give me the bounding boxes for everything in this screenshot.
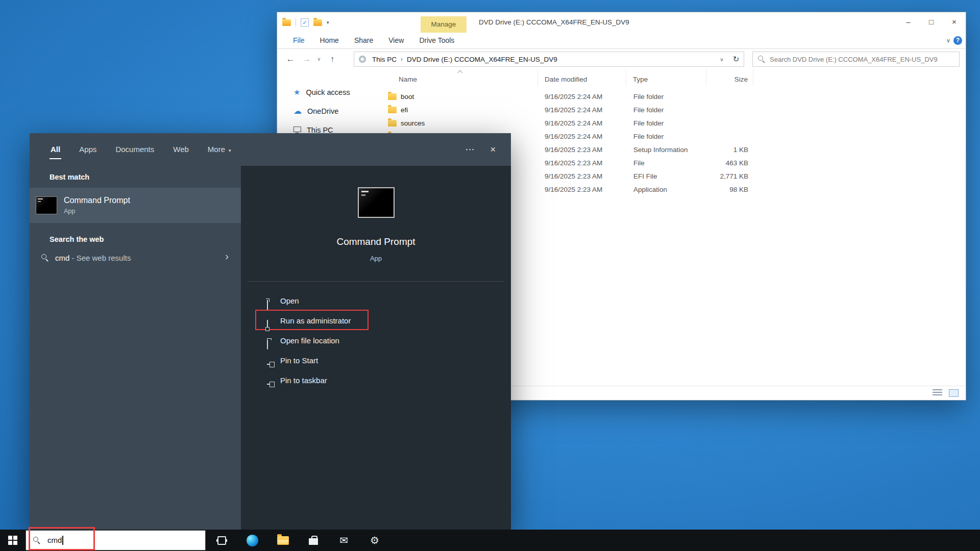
file-date: 9/16/2025 2:23 AM [538,159,626,167]
tab-drive-tools[interactable]: Drive Tools [411,33,462,48]
window-controls: – □ × [897,12,966,32]
edge-button[interactable] [237,530,267,551]
column-header-name[interactable]: Name [383,69,538,86]
help-icon[interactable]: ? [953,36,962,45]
column-header-type[interactable]: Type [626,69,706,86]
address-bar-row: ← → ∨ ↑ This PC › DVD Drive (E:) CCCOMA_… [277,49,966,69]
action-pin-to-taskbar[interactable]: Pin to taskbar [241,370,511,390]
file-type: File folder [626,133,706,140]
action-pin-to-start[interactable]: Pin to Start [241,350,511,370]
sidebar-item-quick-access[interactable]: ★ Quick access [277,83,383,102]
best-match-header: Best match [50,173,89,181]
mail-button[interactable]: ✉ [329,530,359,551]
run-as-administrator-icon [267,320,268,330]
tab-home[interactable]: Home [312,33,347,48]
contextual-tab-manage[interactable]: Manage [421,16,467,33]
column-header-label: Name [399,76,417,83]
file-size: 2,771 KB [706,172,753,180]
table-row[interactable]: boot 9/16/2025 2:24 AM File folder [383,90,966,103]
search-flyout: All Apps Documents Web More▾ ⋯ × Best ma… [30,133,511,530]
more-dropdown-icon: ▾ [229,148,231,153]
action-label: Open file location [280,336,339,344]
recent-locations-chevron-icon[interactable]: ∨ [315,49,323,69]
qat-customize-chevron-icon[interactable]: ▾ [327,20,329,25]
table-row[interactable]: sources 9/16/2025 2:24 AM File folder [383,116,966,130]
column-header-label: Date modified [545,76,587,83]
edge-icon [247,535,258,546]
column-header-label: Size [734,76,748,83]
search-results-pane: Best match Command Prompt App Search the… [30,166,241,530]
tab-file[interactable]: File [285,33,312,48]
file-name: efi [401,106,408,114]
sort-ascending-icon [458,70,463,76]
explorer-app-icon [282,19,291,26]
file-date: 9/16/2025 2:24 AM [538,119,626,127]
address-bar[interactable]: This PC › DVD Drive (E:) CCCOMA_X64FRE_E… [354,52,744,67]
tab-share[interactable]: Share [347,33,381,48]
settings-gear-icon: ⚙ [370,535,379,545]
refresh-icon[interactable]: ↻ [728,55,744,64]
search-icon [41,254,48,261]
forward-icon[interactable]: → [301,49,313,69]
details-view-icon[interactable] [933,389,942,397]
settings-button[interactable]: ⚙ [360,530,389,551]
tab-view[interactable]: View [381,33,411,48]
ribbon-tab-bar: File Home Share View Drive Tools ∨ ? [277,33,966,49]
task-view-button[interactable] [207,530,236,551]
chevron-right-icon[interactable]: › [225,251,229,262]
tab-more[interactable]: More▾ [207,140,232,159]
tab-web[interactable]: Web [172,140,190,159]
open-icon [267,300,268,310]
action-label: Run as administrator [280,316,351,324]
window-title: DVD Drive (E:) CCCOMA_X64FRE_EN-US_DV9 [479,18,629,26]
windows-logo-icon [8,536,17,545]
column-header-label: Type [633,76,648,83]
more-options-icon[interactable]: ⋯ [465,144,475,155]
file-type: EFI File [626,172,706,180]
tab-all[interactable]: All [50,140,61,159]
column-headers: Name Date modified Type Size [383,69,966,86]
result-type: App [64,208,130,215]
store-button[interactable] [299,530,328,551]
tab-apps[interactable]: Apps [78,140,97,159]
web-query: cmd [55,254,69,262]
action-open-file-location[interactable]: Open file location [241,330,511,350]
back-icon[interactable]: ← [283,49,298,69]
sidebar-item-label: OneDrive [307,107,338,115]
flyout-close-icon[interactable]: × [490,144,496,155]
command-prompt-icon [36,196,57,214]
file-explorer-button[interactable] [268,530,298,551]
minimize-button[interactable]: – [897,12,920,32]
ribbon-expand-icon[interactable]: ∨ [946,37,950,44]
maximize-button[interactable]: □ [920,12,943,32]
breadcrumb-current[interactable]: DVD Drive (E:) CCCOMA_X64FRE_EN-US_DV9 [404,56,560,63]
sidebar-item-onedrive[interactable]: ☁ OneDrive [277,102,383,120]
large-icons-view-icon[interactable] [949,389,959,397]
close-button[interactable]: × [943,12,966,32]
explorer-search-box[interactable]: Search DVD Drive (E:) CCCOMA_X64FRE_EN-U… [752,52,960,67]
best-match-result[interactable]: Command Prompt App [30,188,241,223]
file-date: 9/16/2025 2:24 AM [538,93,626,101]
quick-access-star-icon: ★ [293,88,300,97]
table-row[interactable]: efi 9/16/2025 2:24 AM File folder [383,103,966,116]
tab-documents[interactable]: Documents [114,140,155,159]
action-open[interactable]: Open [241,290,511,310]
explorer-search-placeholder: Search DVD Drive (E:) CCCOMA_X64FRE_EN-U… [770,56,938,63]
action-run-as-administrator[interactable]: Run as administrator [241,310,511,330]
column-header-size[interactable]: Size [706,69,753,86]
new-folder-icon[interactable] [313,19,322,26]
start-button[interactable] [0,530,26,551]
up-icon[interactable]: ↑ [325,49,339,69]
file-type: Application [626,186,706,193]
qat-separator [296,18,296,27]
file-date: 9/16/2025 2:23 AM [538,172,626,180]
file-date: 9/16/2025 2:24 AM [538,106,626,114]
folder-icon [388,120,397,127]
breadcrumb-this-pc[interactable]: This PC [369,56,400,63]
store-icon [309,536,318,545]
breadcrumb-separator-icon: › [400,56,404,63]
web-suggestion[interactable]: cmd - See web results › [30,246,241,269]
properties-icon[interactable]: ✓ [301,18,309,27]
address-dropdown-icon[interactable]: ∨ [715,57,728,62]
column-header-date-modified[interactable]: Date modified [538,69,626,86]
